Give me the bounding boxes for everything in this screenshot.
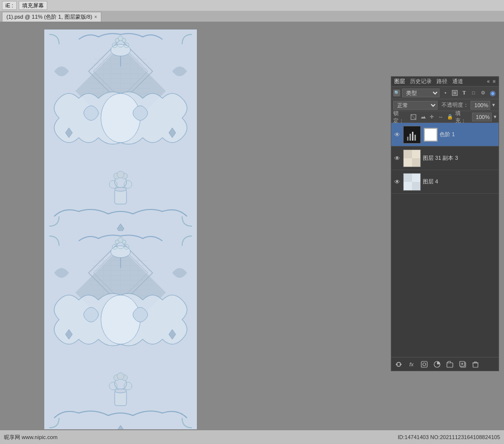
lock-artboard-icon[interactable]: ↔ — [437, 113, 444, 121]
new-adjustment-icon[interactable] — [433, 360, 441, 369]
filter-icons-group: ▪ T □ ⚙ — [441, 89, 487, 97]
ie-button[interactable]: iE : — [2, 1, 17, 10]
tab-layers[interactable]: 图层 — [394, 78, 405, 85]
canvas-area — [0, 22, 241, 429]
panel-collapse-btn[interactable]: « — [487, 79, 490, 84]
filter-shape-icon[interactable]: □ — [470, 89, 477, 97]
link-layers-icon[interactable] — [394, 360, 403, 369]
svg-rect-63 — [473, 363, 478, 367]
layer-row-adjustment[interactable]: 👁 色阶 1 — [391, 123, 499, 147]
tab-close[interactable]: × — [94, 14, 97, 20]
status-info: ID:14741403 NO:20211123164108824105 — [398, 434, 500, 440]
watermark-text: 昵享网 www.nipic.com — [4, 434, 58, 441]
document-tab[interactable]: (1).psd @ 11% (色阶 1, 图层蒙版/8) × — [2, 12, 101, 22]
panel-bottom-toolbar: fx — [391, 357, 499, 371]
tab-label: (1).psd @ 11% (色阶 1, 图层蒙版/8) — [6, 13, 92, 21]
add-mask-icon[interactable] — [420, 360, 429, 369]
filter-smart-icon[interactable]: ⚙ — [479, 89, 487, 97]
svg-rect-45 — [412, 132, 413, 141]
svg-rect-51 — [404, 174, 412, 182]
panel-tab-group: 图层 历史记录 路径 通道 — [394, 78, 463, 85]
fx-icon[interactable]: fx — [407, 360, 416, 369]
layer-name-0: 色阶 1 — [440, 131, 497, 138]
svg-rect-44 — [410, 134, 411, 141]
filter-type-select[interactable]: 类型 — [402, 89, 440, 97]
delete-layer-icon[interactable] — [471, 360, 480, 369]
tab-bar: (1).psd @ 11% (色阶 1, 图层蒙版/8) × — [0, 11, 504, 22]
opacity-dropdown[interactable]: ▾ — [492, 102, 495, 108]
panel-menu-btn[interactable]: ≡ — [493, 79, 496, 84]
layer-thumb-1 — [403, 149, 421, 167]
svg-point-56 — [423, 363, 426, 366]
new-group-icon[interactable] — [445, 360, 454, 369]
layer-mask-0 — [424, 128, 438, 142]
svg-rect-46 — [414, 135, 416, 141]
layer-row-1[interactable]: 👁 图层 31 副本 3 — [391, 147, 499, 170]
status-bar: 昵享网 www.nipic.com ID:14741403 NO:2021112… — [0, 430, 504, 444]
layer-thumb-0 — [403, 126, 421, 144]
layer-visibility-toggle-1[interactable]: 👁 — [393, 154, 401, 162]
svg-rect-39 — [453, 91, 456, 94]
lock-row: 锁定： ✛ ↔ 🔒 填充： ▾ — [391, 111, 499, 123]
svg-rect-52 — [412, 182, 420, 190]
opacity-input[interactable] — [471, 101, 490, 110]
opacity-label: 不透明度： — [441, 101, 469, 109]
svg-rect-43 — [407, 137, 409, 141]
svg-rect-37 — [44, 30, 197, 429]
blend-mode-select[interactable]: 正常 — [393, 101, 438, 110]
top-bar: iE : 填充屏幕 — [0, 0, 504, 11]
lock-label: 锁定： — [393, 110, 408, 124]
filter-text-icon[interactable]: T — [460, 89, 468, 97]
layer-name-2: 图层 4 — [423, 178, 497, 185]
svg-rect-58 — [447, 363, 453, 367]
tab-channels[interactable]: 通道 — [452, 78, 463, 85]
lock-transparent-icon[interactable] — [410, 113, 417, 121]
layer-thumb-2 — [403, 173, 421, 191]
svg-rect-48 — [404, 150, 412, 158]
wallpaper-svg — [44, 30, 197, 429]
fill-screen-button[interactable]: 填充屏幕 — [19, 1, 47, 10]
lock-image-icon[interactable] — [419, 113, 426, 121]
lock-position-icon[interactable]: ✛ — [428, 113, 435, 121]
tab-history[interactable]: 历史记录 — [410, 78, 432, 85]
wallpaper-canvas — [44, 30, 197, 429]
filter-pixel-icon[interactable]: ▪ — [441, 89, 449, 97]
status-left: 昵享网 www.nipic.com — [4, 434, 58, 441]
svg-line-41 — [411, 115, 416, 119]
layer-visibility-toggle-2[interactable]: 👁 — [393, 178, 401, 186]
new-layer-icon[interactable] — [458, 360, 467, 369]
layer-name-1: 图层 31 副本 3 — [423, 154, 497, 162]
svg-rect-55 — [421, 361, 427, 367]
layer-row-2[interactable]: 👁 图层 4 — [391, 170, 499, 194]
layers-list: 👁 色阶 1 👁 — [391, 123, 499, 357]
panel-controls: « ≡ — [487, 79, 496, 84]
fill-dropdown[interactable]: ▾ — [494, 114, 497, 120]
filter-row: 🔍 类型 ▪ T □ ⚙ ◉ — [391, 87, 499, 99]
search-icon[interactable]: 🔍 — [393, 89, 400, 96]
filter-adjust-icon[interactable] — [451, 89, 459, 97]
fill-input[interactable] — [472, 113, 492, 121]
fill-label: 填充： — [455, 110, 470, 124]
svg-rect-49 — [412, 158, 420, 167]
filter-toggle-icon[interactable]: ◉ — [489, 89, 497, 97]
tab-paths[interactable]: 路径 — [437, 78, 447, 85]
layers-panel: 图层 历史记录 路径 通道 « ≡ 🔍 类型 ▪ T □ ⚙ ◉ 正常 — [391, 76, 499, 371]
layer-visibility-toggle-0[interactable]: 👁 — [393, 131, 401, 139]
lock-all-icon[interactable]: 🔒 — [446, 113, 453, 121]
panel-titlebar: 图层 历史记录 路径 通道 « ≡ — [391, 77, 499, 87]
